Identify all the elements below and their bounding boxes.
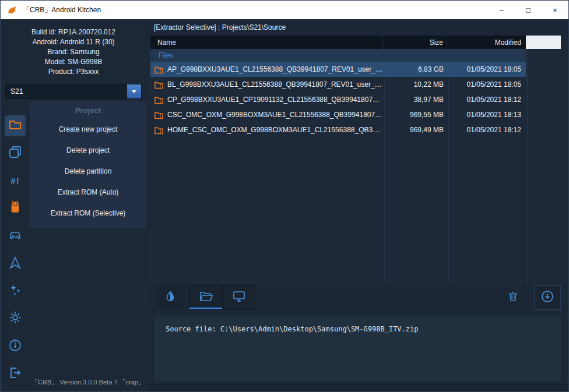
- file-size: 969,49 MB: [383, 126, 447, 134]
- car-icon: [8, 228, 22, 244]
- column-header-name[interactable]: Name: [150, 36, 383, 49]
- device-info-build: Build id: RP1A.200720.012: [4, 27, 143, 37]
- table-row[interactable]: HOME_CSC_OMC_OXM_G998BOXM3AUE1_CL2155638…: [150, 122, 526, 137]
- project-select-value: S21: [6, 87, 127, 96]
- file-modified: 01/05/2021 18:05: [447, 80, 526, 89]
- file-name: CSC_OMC_OXM_G998BOXM3AUE1_CL21556388_QB3…: [167, 111, 383, 119]
- titlebar: 「CRB」Android Kitchen – □ ×: [1, 1, 568, 19]
- nav-exit-button[interactable]: [5, 363, 26, 384]
- table-header: Name Size Modified: [150, 36, 561, 49]
- app-window: 「CRB」Android Kitchen – □ × Build id: RP1…: [0, 0, 569, 392]
- toolbar: [150, 284, 561, 311]
- file-size: 10,22 MB: [383, 80, 447, 89]
- nav-odin-button[interactable]: [5, 225, 26, 246]
- file-table: Name Size Modified Files AP_G998BXXU3AUE…: [150, 36, 561, 284]
- file-modified: 01/05/2021 18:13: [447, 111, 526, 119]
- table-body: Files AP_G998BXXU3AUE1_CL21556388_QB3994…: [150, 49, 561, 284]
- android-robot-icon: [8, 200, 23, 217]
- close-button[interactable]: ×: [542, 1, 568, 19]
- column-header-size[interactable]: Size: [383, 36, 447, 49]
- project-select-dropdown-button[interactable]: [127, 84, 141, 98]
- table-row[interactable]: CP_G998BXXU3AUE1_CP19091132_CL21556388_Q…: [150, 92, 526, 107]
- main-panel: [Extractor Selective] : Projects\S21\Sou…: [146, 19, 568, 391]
- zip-file-icon: [154, 65, 163, 74]
- nav-partitions-button[interactable]: [5, 143, 26, 164]
- menu-item-create-new-project[interactable]: Create new project: [30, 119, 146, 140]
- file-modified: 01/05/2021 18:12: [447, 96, 526, 104]
- device-info: Build id: RP1A.200720.012 Android: Andro…: [1, 19, 146, 77]
- nav-flash-button[interactable]: [5, 253, 26, 274]
- file-name: HOME_CSC_OMC_OXM_G998BOXM3AUE1_CL2155638…: [167, 126, 383, 134]
- table-row[interactable]: AP_G998BXXU3AUE1_CL21556388_QB39941807_R…: [150, 62, 526, 77]
- menu-item-extract-rom-selective[interactable]: Extract ROM (Selective): [30, 203, 146, 224]
- log-panel: Source file: C:\Users\Admin\Desktop\Sams…: [154, 316, 561, 381]
- file-size: 969,55 MB: [383, 111, 447, 119]
- sparkles-icon: [8, 283, 22, 299]
- bottom-panel-edge: [146, 384, 568, 391]
- download-circle-icon: [540, 289, 554, 306]
- group-row-files[interactable]: Files: [150, 49, 526, 62]
- window-title: 「CRB」Android Kitchen: [23, 5, 101, 15]
- info-icon: [8, 338, 22, 355]
- column-divider: [527, 49, 528, 284]
- nav-tweaks-button[interactable]: [5, 281, 26, 302]
- device-info-brand: Brand: Samsung: [4, 47, 143, 57]
- layers-icon: [8, 145, 22, 161]
- menu-item-extract-rom-auto[interactable]: Extract ROM (Auto): [30, 182, 146, 203]
- open-folder-button[interactable]: [189, 286, 222, 309]
- file-name: CP_G998BXXU3AUE1_CP19091132_CL21556388_Q…: [167, 96, 383, 104]
- project-menu: Project Create new project Delete projec…: [30, 101, 146, 228]
- zip-file-icon: [154, 126, 163, 135]
- nav-about-button[interactable]: [5, 336, 26, 357]
- file-name: BL_G998BXXU3AUE1_CL21556388_QB39941807_R…: [167, 80, 383, 89]
- column-header-modified[interactable]: Modified: [447, 36, 526, 49]
- extractor-path-header: [Extractor Selective] : Projects\S21\Sou…: [146, 19, 568, 36]
- nav-android-button[interactable]: [5, 198, 26, 219]
- zip-file-icon: [154, 96, 163, 104]
- nav-project-button[interactable]: [5, 115, 26, 136]
- window-body: Build id: RP1A.200720.012 Android: Andro…: [1, 19, 568, 391]
- view-switch-group: [189, 285, 255, 310]
- project-menu-wrap: Project Create new project Delete projec…: [30, 101, 146, 391]
- file-modified: 01/05/2021 18:12: [447, 126, 526, 134]
- zip-file-icon: [154, 111, 163, 119]
- clear-button[interactable]: [503, 286, 524, 309]
- nav-icon-column: #!: [1, 101, 30, 391]
- nav-script-button[interactable]: #!: [5, 171, 26, 192]
- project-select[interactable]: S21: [5, 84, 142, 99]
- gear-icon: [8, 310, 22, 327]
- file-modified: 01/05/2021 18:05: [447, 65, 526, 73]
- log-text: Source file: C:\Users\Admin\Desktop\Sams…: [166, 325, 418, 333]
- folder-icon: [8, 118, 22, 134]
- shebang-icon: #!: [10, 176, 19, 186]
- app-logo-icon: [6, 4, 18, 16]
- file-name: AP_G998BXXU3AUE1_CL21556388_QB39941807_R…: [167, 65, 383, 73]
- theme-toggle-button[interactable]: [157, 286, 183, 309]
- monitor-icon: [232, 289, 246, 306]
- nav-settings-button[interactable]: [5, 308, 26, 329]
- trash-icon: [507, 290, 519, 305]
- maximize-button[interactable]: □: [515, 1, 542, 19]
- project-menu-title: Project: [30, 101, 146, 119]
- paper-plane-icon: [8, 256, 22, 272]
- device-info-product: Product: P3sxxx: [4, 67, 143, 77]
- sidebar: Build id: RP1A.200720.012 Android: Andro…: [1, 19, 146, 391]
- version-label: 「CRB」 Version 3.0.0 Beta 7 「crap」: [30, 375, 146, 391]
- file-size: 6,83 GB: [383, 65, 447, 73]
- exit-door-icon: [8, 366, 22, 382]
- menu-item-delete-project[interactable]: Delete project: [30, 140, 146, 161]
- menu-item-delete-partition[interactable]: Delete partition: [30, 161, 146, 182]
- droplet-icon: [164, 290, 177, 305]
- table-row[interactable]: BL_G998BXXU3AUE1_CL21556388_QB39941807_R…: [150, 77, 526, 92]
- zip-file-icon: [154, 80, 163, 89]
- preview-button[interactable]: [222, 286, 255, 309]
- sidebar-lower: #!: [1, 101, 146, 391]
- open-folder-icon: [199, 289, 213, 306]
- minimize-button[interactable]: –: [488, 1, 515, 19]
- table-row[interactable]: CSC_OMC_OXM_G998BOXM3AUE1_CL21556388_QB3…: [150, 107, 526, 122]
- device-info-model: Model: SM-G998B: [4, 57, 143, 67]
- table-header-corner: [526, 36, 561, 49]
- extract-button[interactable]: [534, 285, 561, 310]
- file-size: 38,97 MB: [383, 96, 447, 104]
- chevron-down-icon: [132, 90, 136, 93]
